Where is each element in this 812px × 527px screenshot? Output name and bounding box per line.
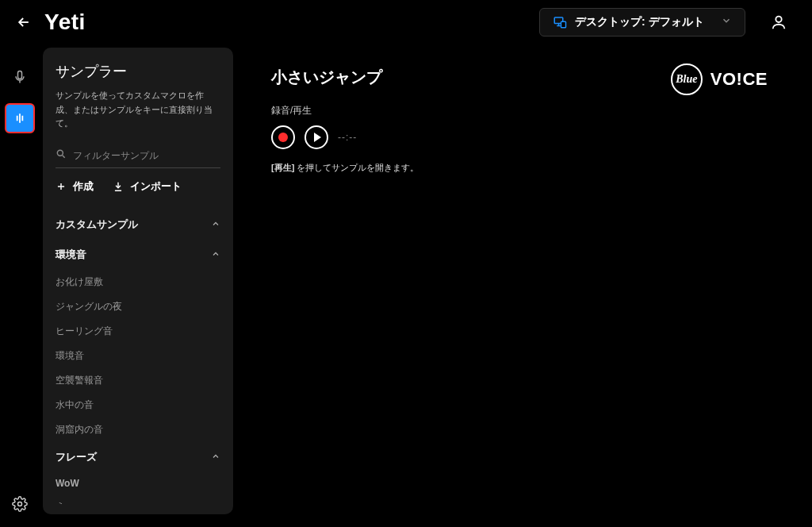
import-button[interactable]: インポート (113, 179, 182, 194)
voice-logo-text: VO!CE (710, 69, 768, 90)
desktop-icon (553, 15, 567, 29)
chevron-up-icon (211, 248, 220, 262)
sidebar-title: サンプラー (56, 62, 220, 81)
sample-item[interactable]: 空襲警報音 (56, 368, 230, 393)
rail-microphone-icon[interactable] (6, 63, 33, 90)
back-button[interactable] (13, 11, 35, 33)
sample-item[interactable]: お化け屋敷 (56, 270, 230, 294)
record-icon (278, 133, 288, 142)
sample-list-scroll[interactable]: カスタムサンプル 環境音 お化け屋敷 ジャングルの夜 ヒーリング音 環境音 空襲… (43, 210, 233, 505)
blue-logo-circle: Blue (671, 63, 703, 95)
time-display: --:-- (338, 132, 357, 143)
brand-title: Yeti (44, 10, 86, 35)
group-ambient[interactable]: 環境音 (56, 240, 230, 270)
sample-item[interactable]: 環境音 (56, 344, 230, 368)
import-label: インポート (130, 179, 182, 194)
create-button[interactable]: 作成 (56, 179, 94, 194)
hint-text: [再生] を押してサンプルを開きます。 (271, 162, 780, 174)
desktop-profile-label: デスクトップ: デフォルト (575, 15, 713, 29)
profile-button[interactable] (764, 8, 793, 37)
rec-play-label: 録音/再生 (271, 104, 780, 117)
svg-rect-1 (561, 21, 566, 28)
svg-rect-3 (18, 71, 22, 79)
desktop-profile-dropdown[interactable]: デスクトップ: デフォルト (539, 8, 745, 37)
sample-item[interactable]: えっ (56, 494, 230, 505)
svg-point-4 (57, 150, 63, 156)
sidebar-description: サンプルを使ってカスタムマクロを作成、またはサンプルをキーに直接割り当て。 (56, 89, 220, 131)
rail-sampler-icon[interactable] (5, 103, 35, 133)
sample-item[interactable]: ヒーリング音 (56, 319, 230, 344)
chevron-up-icon (211, 450, 220, 464)
play-button[interactable] (304, 125, 328, 149)
blue-voice-logo: Blue VO!CE (671, 63, 768, 95)
svg-point-2 (776, 17, 781, 22)
sampler-sidebar: サンプラー サンプルを使ってカスタムマクロを作成、またはサンプルをキーに直接割り… (43, 48, 233, 514)
chevron-down-icon (721, 15, 732, 29)
chevron-up-icon (211, 217, 220, 232)
filter-input[interactable] (73, 150, 220, 161)
sample-item[interactable]: WoW (56, 472, 230, 494)
search-icon (56, 148, 67, 163)
sample-item[interactable]: 洞窟内の音 (56, 417, 230, 442)
svg-point-5 (18, 502, 22, 506)
filter-input-row[interactable] (56, 144, 220, 168)
group-phrases[interactable]: フレーズ (56, 442, 230, 472)
sample-item[interactable]: 水中の音 (56, 393, 230, 417)
create-label: 作成 (73, 179, 94, 194)
sample-item[interactable]: ジャングルの夜 (56, 294, 230, 319)
play-icon (314, 133, 321, 142)
settings-button[interactable] (6, 490, 33, 517)
record-button[interactable] (271, 125, 295, 149)
group-custom-samples[interactable]: カスタムサンプル (56, 210, 230, 240)
